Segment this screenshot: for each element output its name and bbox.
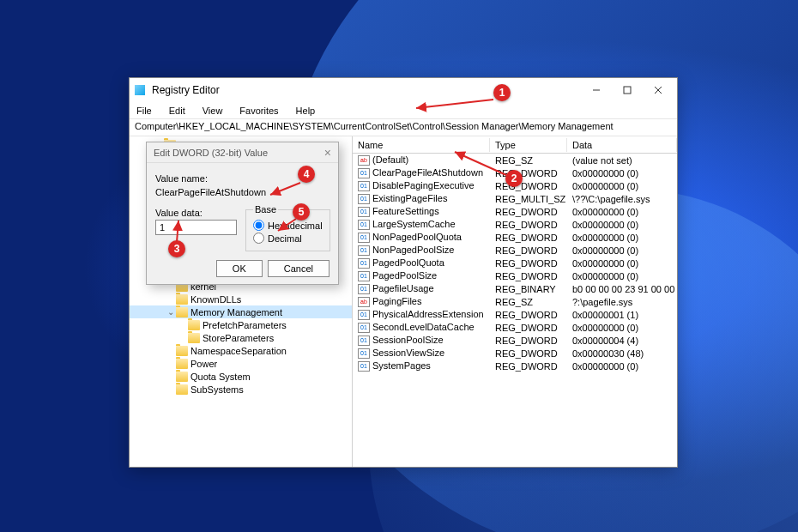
dialog-titlebar[interactable]: Edit DWORD (32-bit) Value × [147,142,338,163]
tree-item[interactable]: SubSystems [130,383,352,396]
folder-icon [176,372,188,382]
value-type: REG_DWORD [490,207,567,217]
binary-value-icon: 01 [358,258,370,269]
value-data: 0x00000000 (0) [567,207,677,217]
value-type: REG_DWORD [490,310,567,320]
minimize-button[interactable] [581,79,612,101]
value-type: REG_DWORD [490,271,567,281]
regedit-icon [133,83,147,97]
arrow-2 [450,149,511,181]
tree-item-label: Memory Management [190,307,282,317]
chevron-down-icon[interactable]: ⌄ [166,307,176,317]
tree-item[interactable]: StoreParameters [130,331,352,344]
value-row[interactable]: 01PhysicalAddressExtensionREG_DWORD0x000… [353,308,677,321]
base-legend: Base [253,204,278,215]
value-row[interactable]: 01FeatureSettingsREG_DWORD0x00000000 (0) [353,205,677,218]
binary-value-icon: 01 [358,233,370,243]
tree-item[interactable]: PrefetchParameters [130,318,352,331]
value-row[interactable]: 01SecondLevelDataCacheREG_DWORD0x0000000… [353,321,677,334]
tree-item[interactable]: KnownDLLs [130,293,352,305]
tree-item[interactable]: NamespaceSeparation [130,344,352,357]
value-data: 0x00000000 (0) [567,168,677,178]
tree-item-label: Quota System [190,372,251,382]
value-row[interactable]: 01SessionViewSizeREG_DWORD0x00000030 (48… [353,347,677,360]
value-data-label: Value data: [155,208,237,218]
value-row[interactable]: abPagingFilesREG_SZ?:\pagefile.sys [353,295,677,308]
menu-favorites[interactable]: Favorites [236,104,281,118]
value-row[interactable]: 01NonPagedPoolQuotaREG_DWORD0x00000000 (… [353,231,677,244]
value-row[interactable]: 01LargeSystemCacheREG_DWORD0x00000000 (0… [353,218,677,231]
folder-icon [176,359,188,369]
radio-hex-input[interactable] [253,220,264,231]
value-row[interactable]: 01SessionPoolSizeREG_DWORD0x00000004 (4) [353,334,677,347]
cancel-button[interactable]: Cancel [268,260,329,277]
ok-button[interactable]: OK [216,260,263,277]
tree-item[interactable]: Quota System [130,370,352,383]
binary-value-icon: 01 [358,348,370,359]
value-name: PagedPoolQuota [372,257,444,268]
value-data: 0x00000000 (0) [567,233,677,243]
maximize-button[interactable] [612,79,643,101]
tree-item[interactable]: ⌄Memory Management [130,305,352,318]
folder-icon [188,320,200,330]
value-data-input[interactable] [155,220,237,235]
value-name: FeatureSettings [372,206,439,216]
arrow-4 [266,181,305,200]
binary-value-icon: 01 [358,194,370,204]
folder-icon [176,307,188,317]
value-data: 0x00000004 (4) [567,336,677,346]
folder-icon [176,294,188,305]
menu-file[interactable]: File [133,104,155,118]
folder-icon [188,333,200,343]
callout-4: 4 [298,166,315,183]
value-data: 0x00000030 (48) [567,348,677,359]
value-type: REG_DWORD [490,245,567,256]
value-name: (Default) [372,154,408,165]
value-data: (value not set) [567,155,677,166]
value-data: \??\C:\pagefile.sys [567,194,677,204]
menubar: File Edit View Favorites Help [130,102,677,119]
value-name: SystemPages [372,360,431,371]
binary-value-icon: 01 [358,181,370,191]
value-name: NonPagedPoolQuota [372,232,462,242]
value-row[interactable]: 01ExistingPageFilesREG_MULTI_SZ\??\C:\pa… [353,192,677,205]
value-row[interactable]: 01SystemPagesREG_DWORD0x00000000 (0) [353,360,677,372]
value-type: REG_DWORD [490,233,567,243]
menu-view[interactable]: View [199,104,227,118]
value-name: PhysicalAddressExtension [372,309,484,319]
address-bar[interactable]: Computer\HKEY_LOCAL_MACHINE\SYSTEM\Curre… [130,119,677,136]
menu-help[interactable]: Help [293,104,319,118]
svg-rect-1 [624,87,631,94]
value-data: 0x00000000 (0) [567,271,677,281]
svg-line-5 [455,152,506,175]
tree-item[interactable]: Power [130,357,352,370]
value-data: 0x00000000 (0) [567,323,677,333]
tree-item-label: KnownDLLs [190,294,241,305]
close-button[interactable] [643,79,674,101]
binary-value-icon: 01 [358,271,370,281]
value-row[interactable]: 01PagefileUsageREG_BINARYb0 00 00 00 23 … [353,282,677,295]
window-title: Registry Editor [152,84,581,96]
dialog-close-icon[interactable]: × [324,146,331,160]
menu-edit[interactable]: Edit [166,104,189,118]
header-data[interactable]: Data [567,138,677,152]
value-data: 0x00000000 (0) [567,181,677,191]
value-row[interactable]: 01NonPagedPoolSizeREG_DWORD0x00000000 (0… [353,244,677,257]
radio-dec-input[interactable] [253,233,264,244]
value-row[interactable]: 01PagedPoolSizeREG_DWORD0x00000000 (0) [353,269,677,282]
list-header: Name Type Data [353,136,677,154]
titlebar[interactable]: Registry Editor [130,78,677,102]
value-data: 0x00000001 (1) [567,310,677,320]
binary-value-icon: 01 [358,323,370,333]
value-type: REG_DWORD [490,181,567,191]
value-data: 0x00000000 (0) [567,258,677,269]
value-row[interactable]: 01PagedPoolQuotaREG_DWORD0x00000000 (0) [353,257,677,269]
binary-value-icon: 01 [358,207,370,217]
value-name: PagingFiles [372,296,421,306]
binary-value-icon: 01 [358,168,370,178]
binary-value-icon: 01 [358,310,370,320]
value-row[interactable]: ab(Default)REG_SZ(value not set) [353,154,677,166]
string-value-icon: ab [358,297,370,307]
tree-item-label: StoreParameters [203,333,274,343]
tree-item-label: PrefetchParameters [203,320,287,330]
